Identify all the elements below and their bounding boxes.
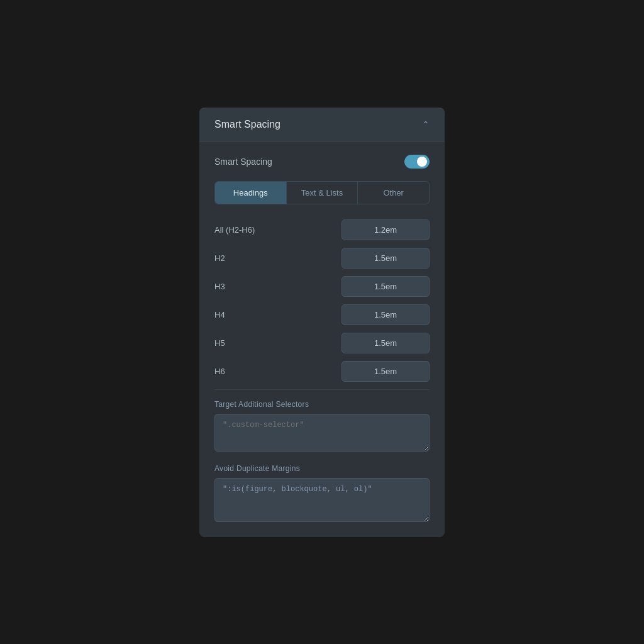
- divider: [214, 389, 430, 390]
- avoid-margins-section: Avoid Duplicate Margins: [214, 464, 430, 525]
- tab-text-lists[interactable]: Text & Lists: [287, 182, 358, 204]
- row-all-h2-h6: All (H2-H6): [214, 219, 430, 240]
- row-h5-input[interactable]: [341, 333, 430, 353]
- row-h6: H6: [214, 361, 430, 382]
- tab-headings[interactable]: Headings: [215, 182, 287, 204]
- row-h6-label: H6: [214, 367, 341, 376]
- row-h3-label: H3: [214, 282, 341, 291]
- avoid-margins-label: Avoid Duplicate Margins: [214, 464, 430, 473]
- tab-group: Headings Text & Lists Other: [214, 181, 430, 204]
- tab-other[interactable]: Other: [358, 182, 429, 204]
- smart-spacing-toggle[interactable]: [404, 155, 430, 169]
- row-all-h2-h6-input[interactable]: [341, 219, 430, 240]
- avoid-margins-textarea[interactable]: [214, 478, 430, 522]
- row-h3-input[interactable]: [341, 276, 430, 297]
- panel-header[interactable]: Smart Spacing ⌃: [199, 108, 445, 142]
- row-h5-label: H5: [214, 338, 341, 348]
- row-h2-label: H2: [214, 253, 341, 263]
- target-selectors-textarea[interactable]: [214, 414, 430, 452]
- row-h2-input[interactable]: [341, 248, 430, 269]
- smart-spacing-panel: Smart Spacing ⌃ Smart Spacing Headings T…: [199, 108, 445, 537]
- target-selectors-section: Target Additional Selectors: [214, 400, 430, 464]
- row-h4: H4: [214, 304, 430, 325]
- row-h5: H5: [214, 333, 430, 353]
- chevron-up-icon: ⌃: [422, 119, 430, 130]
- toggle-slider: [404, 155, 430, 169]
- smart-spacing-label: Smart Spacing: [214, 157, 272, 167]
- panel-body: Smart Spacing Headings Text & Lists Othe…: [199, 142, 445, 537]
- smart-spacing-toggle-row: Smart Spacing: [214, 155, 430, 169]
- row-h3: H3: [214, 276, 430, 297]
- row-h6-input[interactable]: [341, 361, 430, 382]
- row-all-h2-h6-label: All (H2-H6): [214, 225, 341, 235]
- row-h4-label: H4: [214, 310, 341, 319]
- heading-rows: All (H2-H6) H2 H3 H4 H5 H6: [214, 219, 430, 382]
- target-selectors-label: Target Additional Selectors: [214, 400, 430, 409]
- row-h2: H2: [214, 248, 430, 269]
- panel-header-title: Smart Spacing: [214, 119, 280, 130]
- row-h4-input[interactable]: [341, 304, 430, 325]
